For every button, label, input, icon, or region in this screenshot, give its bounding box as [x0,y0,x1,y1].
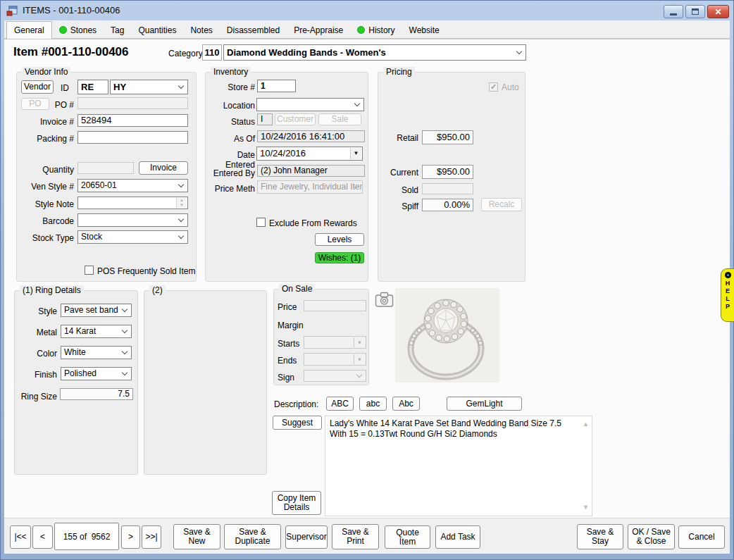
metal-label: Metal [15,328,57,337]
minimize-button[interactable] [664,5,683,18]
spiff-field[interactable]: 0.00% [422,199,473,211]
vendor-button[interactable]: Vendor [21,80,54,94]
entered-by-field: (2) John Manager [257,165,365,177]
vendor-info-group: Vendor Info Vendor ID RE HY PO PO # Invo… [16,72,197,282]
po-number-label: PO # [17,100,74,110]
color-value: White [64,347,86,357]
case-title-button[interactable]: Abc [392,397,420,411]
tab-pre-appraise[interactable]: Pre-Appraise [287,22,350,38]
spinner-icon[interactable]: ▲▼ [176,198,187,208]
recalc-button: Recalc [481,198,522,211]
entered-by-label: Entered By [206,168,255,178]
quote-item-button[interactable]: Quote Item [385,525,430,549]
tab-quantities[interactable]: Quantities [131,22,183,38]
title-bar[interactable]: ITEMS - 001-110-00406 ✕ [1,1,733,20]
vendor-code-dropdown[interactable]: HY [110,80,188,94]
case-upper-button[interactable]: ABC [326,397,354,411]
quantity-field [77,162,134,174]
vendor-id-field[interactable]: RE [77,80,108,94]
tab-label: Tag [111,25,124,35]
packing-number-field[interactable] [77,131,188,144]
sale-sign-label: Sign [278,373,294,382]
location-label: Location [206,101,255,111]
pos-frequently-sold-checkbox[interactable] [85,266,94,275]
next-record-button[interactable]: > [121,525,140,549]
supervisor-button[interactable]: Supervisor [285,525,328,549]
current-label: Current [378,168,418,178]
sale-starts-picker: ▼ [304,336,366,349]
ven-style-value: 20650-01 [81,180,117,190]
category-dropdown[interactable]: Diamond Wedding Bands - Women's [223,44,526,61]
tab-history[interactable]: History [350,22,402,38]
style-note-field[interactable]: ▲▼ [77,197,188,209]
record-position-field[interactable]: 155 of 9562 [54,523,119,550]
packing-number-label: Packing # [17,134,74,144]
invoice-button[interactable]: Invoice [139,161,188,175]
close-button[interactable]: ✕ [707,5,729,18]
ven-style-label: Ven Style # [17,182,74,192]
category-number-field[interactable]: 110 [202,44,222,61]
style-dropdown[interactable]: Pave set band [61,304,132,317]
calendar-dropdown-icon: ▼ [354,337,365,347]
previous-record-button[interactable]: < [32,525,53,549]
maximize-button[interactable] [685,5,705,18]
save-and-duplicate-button[interactable]: Save & Duplicate [224,524,281,549]
description-textarea[interactable]: Lady's White 14 Karat Pave Set Band Wedd… [325,416,592,516]
scroll-down-icon[interactable]: ▼ [583,502,589,513]
color-label: Color [15,349,57,359]
wishes-button[interactable]: Wishes: (1) [315,252,364,263]
tab-disassembled[interactable]: Disassembled [220,22,287,38]
suggest-button[interactable]: Suggest [273,416,322,430]
retail-field[interactable]: $950.00 [422,130,473,144]
pos-frequently-sold-label: POS Frequently Sold Item [97,266,195,276]
spinner-up-icon[interactable]: ▲ [180,198,184,203]
chevron-down-icon [356,371,362,377]
metal-dropdown[interactable]: 14 Karat [61,325,132,338]
help-tab[interactable]: H E L P [721,268,734,322]
help-icon [725,272,731,278]
triangle-down-icon: ▼ [357,340,363,346]
add-task-button[interactable]: Add Task [435,525,480,549]
group-title: (1) Ring Details [20,285,84,295]
customer-button: Customer [275,113,316,125]
calendar-dropdown-icon[interactable]: ▼ [350,148,361,159]
tab-notes[interactable]: Notes [183,22,219,38]
gemlight-button[interactable]: GemLight [447,397,522,411]
tab-tag[interactable]: Tag [104,22,131,38]
finish-dropdown[interactable]: Polished [61,367,132,380]
item-photo[interactable] [395,288,499,382]
tab-stones[interactable]: Stones [52,22,104,38]
tab-general[interactable]: General [6,21,52,39]
invoice-number-label: Invoice # [17,117,74,127]
stock-type-dropdown[interactable]: Stock [77,230,188,244]
case-lower-button[interactable]: abc [359,397,387,411]
scroll-up-icon[interactable]: ▲ [583,419,589,430]
triangle-down-icon: ▼ [354,147,359,160]
save-and-new-button[interactable]: Save & New [173,524,220,549]
save-and-print-button[interactable]: Save & Print [332,524,379,549]
current-field[interactable]: $950.00 [422,165,473,179]
location-dropdown[interactable] [256,98,364,111]
save-and-stay-button[interactable]: Save & Stay [577,524,623,549]
last-record-button[interactable]: >>| [142,525,161,549]
cancel-button[interactable]: Cancel [678,525,725,549]
ring-size-field[interactable]: 7.5 [60,388,133,400]
first-record-button[interactable]: |<< [10,525,31,549]
spinner-down-icon[interactable]: ▼ [180,203,184,208]
copy-item-details-button[interactable]: Copy Item Details [272,491,321,515]
stock-type-label: Stock Type [17,233,74,243]
color-dropdown[interactable]: White [61,346,132,359]
ok-save-and-close-button[interactable]: OK / Save & Close [628,524,675,549]
minimize-icon [670,13,677,15]
finish-label: Finish [15,370,57,380]
store-field[interactable]: 1 [257,80,296,92]
invoice-number-field[interactable]: 528494 [77,114,188,127]
date-entered-picker[interactable]: 10/24/2016 ▼ [256,147,363,161]
camera-icon[interactable] [375,291,394,309]
category-label: Category [168,49,203,58]
ven-style-dropdown[interactable]: 20650-01 [77,179,188,192]
levels-button[interactable]: Levels [315,233,364,246]
exclude-from-rewards-checkbox[interactable] [256,218,266,227]
tab-website[interactable]: Website [402,22,447,38]
barcode-dropdown[interactable] [77,213,188,227]
